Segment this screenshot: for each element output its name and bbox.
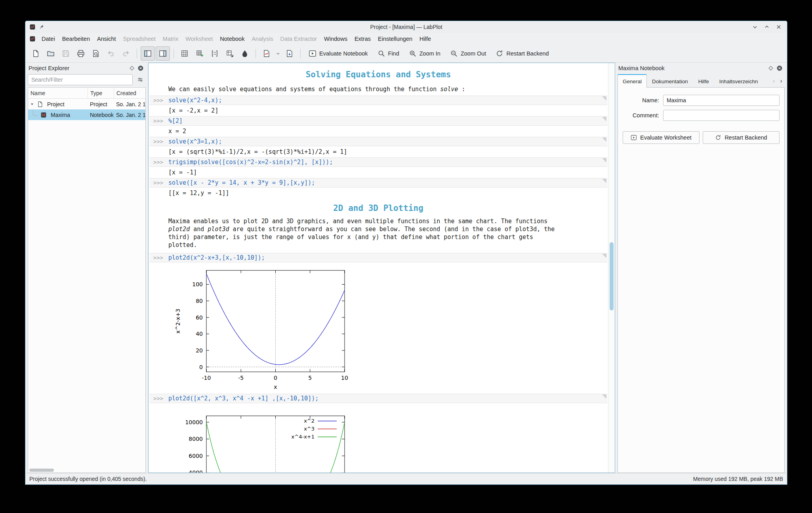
svg-text:x^2-x+3: x^2-x+3 (175, 309, 181, 334)
diamond-icon (768, 65, 774, 71)
save-icon (62, 50, 70, 57)
search-input[interactable] (28, 74, 133, 85)
status-message: Project successfully opened (in 0,405 se… (29, 476, 147, 482)
fold-marker-icon[interactable] (602, 254, 606, 258)
notebook-command-entry[interactable]: >>>solve(x^3=1,x); (149, 137, 607, 146)
comment-field[interactable] (663, 110, 780, 121)
toggle-project-explorer-button[interactable] (141, 46, 155, 61)
print-button[interactable] (74, 46, 88, 61)
menu-ansicht[interactable]: Ansicht (93, 34, 120, 44)
new-worksheet-button[interactable] (259, 46, 274, 61)
tab-dokumentation[interactable]: Dokumentation (647, 75, 693, 87)
data-extractor-button[interactable] (223, 46, 237, 61)
close-panel-button[interactable] (775, 64, 784, 73)
filter-options-button[interactable] (135, 74, 146, 85)
column-header-name[interactable]: Name (28, 88, 88, 98)
menu-einstellungen[interactable]: Einstellungen (374, 34, 416, 44)
tree-row-maxima[interactable]: Maxima Notebook So. Jan. 2 18: (28, 109, 145, 120)
zoom-in-button[interactable]: Zoom In (404, 46, 445, 61)
column-header-type[interactable]: Type (88, 88, 114, 98)
svg-text:10000: 10000 (185, 419, 203, 425)
tree-row-project[interactable]: Project Project So. Jan. 2 18: (28, 99, 145, 109)
find-button[interactable]: Find (373, 46, 404, 61)
notebook-command-entry[interactable]: >>>solve([x - 2*y = 14, x + 3*y = 9],[x,… (149, 178, 607, 188)
evaluate-worksheet-button[interactable]: Evaluate Worksheet (623, 131, 700, 144)
column-header-created[interactable]: Created (114, 88, 145, 98)
scrollbar-thumb[interactable] (610, 242, 614, 310)
toggle-properties-panel-button[interactable] (156, 46, 170, 61)
notebook-command-entry[interactable]: >>>plot2d([x^2, x^3, x^4 -x +1] ,[x,-10,… (149, 394, 607, 403)
scroll-tabs-right-button[interactable] (778, 76, 785, 86)
close-button[interactable] (774, 23, 784, 31)
notebook-result: [[x = 12,y = -1]] (149, 189, 607, 197)
new-project-button[interactable] (29, 46, 43, 61)
notebook-result: [x = -1] (149, 168, 607, 177)
svg-text:8000: 8000 (189, 436, 203, 442)
project-logo-icon (29, 36, 36, 42)
horizontal-scrollbar[interactable] (28, 468, 145, 473)
float-panel-button[interactable] (766, 64, 775, 73)
minimize-button[interactable] (750, 23, 760, 31)
menu-hilfe[interactable]: Hilfe (416, 34, 435, 44)
menu-worksheet: Worksheet (182, 34, 216, 44)
menu-bearbeiten[interactable]: Bearbeiten (59, 34, 93, 44)
tab-inhaltsverzeichnis[interactable]: Inhaltsverzeichn (714, 75, 762, 87)
vertical-scrollbar[interactable] (608, 63, 615, 473)
name-field[interactable] (663, 95, 780, 106)
fold-marker-icon[interactable] (602, 138, 606, 142)
command-text: plot2d(x^2-x+3,[x,-10,10]); (168, 254, 265, 261)
close-panel-button[interactable] (136, 64, 145, 73)
svg-text:0: 0 (199, 364, 203, 370)
command-text: solve(x^3=1,x); (168, 138, 222, 145)
worksheet-icon (263, 50, 271, 57)
menu-notebook[interactable]: Notebook (216, 34, 248, 44)
new-project-icon (32, 50, 40, 57)
fold-marker-icon[interactable] (602, 179, 606, 183)
notebook-command-entry[interactable]: >>>solve(x^2-4,x); (149, 96, 607, 105)
tab-hilfe[interactable]: Hilfe (693, 75, 714, 87)
scrollbar-thumb[interactable] (29, 469, 54, 472)
float-panel-button[interactable] (128, 64, 136, 73)
pin-icon[interactable] (39, 24, 44, 30)
tab-general[interactable]: General (618, 74, 647, 88)
new-spreadsheet-button[interactable] (177, 46, 192, 61)
zoom-in-label: Zoom In (419, 50, 440, 57)
menu-analysis: Analysis (248, 34, 276, 44)
add-spreadsheet-button[interactable] (193, 46, 207, 61)
menu-extras[interactable]: Extras (351, 34, 374, 44)
zoom-out-button[interactable]: Zoom Out (446, 46, 490, 61)
fold-marker-icon[interactable] (602, 158, 606, 163)
svg-text:10: 10 (341, 375, 348, 381)
menu-windows[interactable]: Windows (320, 34, 351, 44)
tree-header: Name Type Created (28, 88, 145, 99)
menu-datei[interactable]: Datei (38, 34, 59, 44)
maximize-button[interactable] (762, 23, 772, 31)
prompt: >>> (149, 118, 168, 124)
fold-marker-icon[interactable] (602, 96, 606, 101)
expander-icon[interactable] (29, 101, 35, 107)
fold-marker-icon[interactable] (602, 117, 606, 121)
notebook-command-entry[interactable]: >>>%[2] (149, 116, 607, 126)
import-button[interactable] (282, 46, 297, 61)
zoom-out-icon (450, 50, 458, 57)
notebook-content[interactable]: Solving Equations and Systems We can eas… (149, 63, 608, 473)
project-explorer-panel: Project Explorer Name Type Created (28, 63, 146, 473)
new-worksheet-dropdown[interactable] (274, 47, 282, 60)
print-preview-button[interactable] (89, 46, 103, 61)
restart-backend-button[interactable]: Restart Backend (703, 131, 780, 144)
svg-text:x: x (274, 384, 277, 390)
plot-par-text: and (190, 226, 208, 233)
evaluate-icon (631, 134, 637, 141)
fold-marker-icon[interactable] (602, 394, 606, 399)
evaluate-notebook-button[interactable]: Evaluate Notebook (304, 46, 372, 61)
save-button (59, 46, 73, 61)
color-theme-button[interactable] (238, 46, 252, 61)
menu-matrix: Matrix (159, 34, 182, 44)
new-matrix-button[interactable] (208, 46, 222, 61)
notebook-command-entry[interactable]: >>>plot2d(x^2-x+3,[x,-10,10]); (149, 253, 607, 262)
search-icon (377, 50, 385, 57)
titlebar[interactable]: Project - [Maxima] — LabPlot (25, 21, 787, 33)
open-project-button[interactable] (44, 46, 58, 61)
notebook-command-entry[interactable]: >>>trigsimp(solve([cos(x)^2-x=2-sin(x)^2… (149, 157, 607, 167)
restart-backend-button[interactable]: Restart Backend (491, 46, 553, 61)
